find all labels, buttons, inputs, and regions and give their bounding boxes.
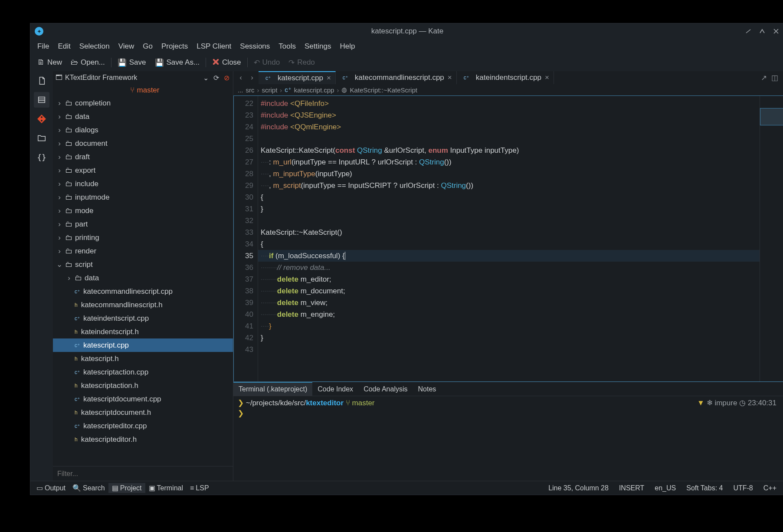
nav-back-button[interactable]: ‹ xyxy=(236,73,246,82)
code-line[interactable]: ········delete m_document; xyxy=(258,285,760,297)
tree-file[interactable]: hkatescript.h xyxy=(53,352,233,365)
codeindex-tab[interactable]: Code Index xyxy=(312,382,358,396)
menu-file[interactable]: File xyxy=(33,40,53,53)
documents-tool-button[interactable] xyxy=(34,73,49,89)
nav-fwd-button[interactable]: › xyxy=(247,73,257,82)
notes-tab[interactable]: Notes xyxy=(413,382,442,396)
lsp-tool-button[interactable]: ≡LSP xyxy=(187,483,213,493)
codeanalysis-tab[interactable]: Code Analysis xyxy=(358,382,413,396)
code-line[interactable]: { xyxy=(258,238,760,250)
chevron-down-icon[interactable]: ⌄ xyxy=(202,74,210,82)
menu-go[interactable]: Go xyxy=(138,40,157,53)
search-tool-button[interactable]: 🔍Search xyxy=(69,483,108,493)
tree-folder[interactable]: ›🗀include xyxy=(53,177,233,190)
tab-mode[interactable]: Soft Tabs: 4 xyxy=(681,483,728,493)
tree-file[interactable]: hkateindentscript.h xyxy=(53,325,233,338)
locale[interactable]: en_US xyxy=(649,483,681,493)
tree-file[interactable]: c⁺katecommandlinescript.cpp xyxy=(53,285,233,298)
filesystem-tool-button[interactable] xyxy=(34,130,49,146)
tree-folder[interactable]: ›🗀dialogs xyxy=(53,123,233,137)
tree-file[interactable]: hkatescripteditor.h xyxy=(53,433,233,446)
code-line[interactable] xyxy=(258,344,760,355)
code-line[interactable]: #include <QFileInfo> xyxy=(258,98,760,109)
undo-button[interactable]: ↶Undo xyxy=(249,56,285,69)
code-line[interactable]: ····, m_script(inputType == InputSCRIPT … xyxy=(258,180,760,191)
close-doc-button[interactable]: 🗙Close xyxy=(208,56,245,69)
terminal-panel[interactable]: ❯ ~/projects/kde/src/ktexteditor ⑂ maste… xyxy=(233,396,783,481)
code-content[interactable]: #include <QFileInfo>#include <QJSEngine>… xyxy=(258,96,760,381)
code-line[interactable]: ····} xyxy=(258,320,760,332)
code-line[interactable]: { xyxy=(258,191,760,203)
code-line[interactable] xyxy=(258,133,760,144)
code-line[interactable]: ····: m_url(inputType == InputURL ? urlO… xyxy=(258,156,760,168)
menu-help[interactable]: Help xyxy=(335,40,359,53)
open-button[interactable]: 🗁Open... xyxy=(66,56,109,69)
tree-folder-script[interactable]: ⌄🗀script xyxy=(53,258,233,271)
git-tool-button[interactable] xyxy=(34,111,49,127)
menu-view[interactable]: View xyxy=(114,40,139,53)
code-line[interactable]: ········delete m_view; xyxy=(258,297,760,309)
redo-button[interactable]: ↷Redo xyxy=(284,56,319,69)
edit-mode[interactable]: INSERT xyxy=(614,483,649,493)
filter-input[interactable] xyxy=(53,466,233,481)
tree-file[interactable]: hkatescriptaction.h xyxy=(53,379,233,392)
code-line[interactable]: ········delete m_engine; xyxy=(258,309,760,320)
symbols-tool-button[interactable]: {} xyxy=(34,149,49,165)
code-line[interactable]: ····if (m_loadSuccessful) { xyxy=(258,250,760,262)
reload-icon[interactable]: ⟳ xyxy=(212,74,220,82)
code-line[interactable]: } xyxy=(258,332,760,344)
file-tree[interactable]: ›🗀completion›🗀data›🗀dialogs›🗀document›🗀d… xyxy=(53,96,233,466)
minimap-viewport[interactable] xyxy=(760,108,783,125)
document-tab[interactable]: c⁺kateindentscript.cpp× xyxy=(457,71,554,84)
project-tool-button[interactable]: ▤Project xyxy=(108,483,145,493)
tree-file[interactable]: c⁺katescriptaction.cpp xyxy=(53,365,233,379)
terminal-tab[interactable]: Terminal (.kateproject) xyxy=(233,382,312,396)
tree-folder[interactable]: ›🗀document xyxy=(53,137,233,150)
tree-file[interactable]: hkatescriptdocument.h xyxy=(53,406,233,419)
tree-file[interactable]: c⁺katescripteditor.cpp xyxy=(53,419,233,433)
output-tool-button[interactable]: ▭Output xyxy=(33,483,69,493)
minimap[interactable] xyxy=(760,96,783,381)
menu-tools[interactable]: Tools xyxy=(274,40,300,53)
split-icon[interactable]: ◫ xyxy=(771,73,778,82)
terminal-tool-button[interactable]: ▣Terminal xyxy=(145,483,187,493)
tree-folder[interactable]: ›🗀inputmode xyxy=(53,190,233,204)
code-line[interactable]: ········delete m_editor; xyxy=(258,273,760,285)
tree-file[interactable]: hkatecommandlinescript.h xyxy=(53,298,233,312)
tree-folder[interactable]: ›🗀printing xyxy=(53,231,233,244)
close-project-icon[interactable]: ⊘ xyxy=(223,74,230,82)
tab-close-icon[interactable]: × xyxy=(327,74,331,82)
tree-file[interactable]: c⁺kateindentscript.cpp xyxy=(53,312,233,325)
code-line[interactable]: ····, m_inputType(inputType) xyxy=(258,168,760,180)
tree-folder[interactable]: ›🗀render xyxy=(53,244,233,258)
menu-settings[interactable]: Settings xyxy=(300,40,335,53)
tree-file[interactable]: c⁺katescript.cpp xyxy=(53,338,233,352)
tree-folder[interactable]: ›🗀mode xyxy=(53,204,233,217)
save-button[interactable]: 💾Save xyxy=(113,56,151,69)
code-editor[interactable]: 2223242526272829303132333435363738394041… xyxy=(233,95,783,382)
document-tab[interactable]: c⁺katecommandlinescript.cpp× xyxy=(336,71,457,84)
encoding[interactable]: UTF-8 xyxy=(728,483,758,493)
new-button[interactable]: 🗎New xyxy=(33,56,66,69)
tab-close-icon[interactable]: × xyxy=(545,73,549,82)
branch-row[interactable]: ⑂master xyxy=(53,84,233,96)
code-line[interactable]: KateScript::KateScript(const QString &ur… xyxy=(258,144,760,156)
code-line[interactable]: #include <QQmlEngine> xyxy=(258,121,760,133)
code-line[interactable] xyxy=(258,215,760,227)
menu-projects[interactable]: Projects xyxy=(157,40,192,53)
document-tab[interactable]: c⁺katescript.cpp× xyxy=(259,71,336,84)
tree-folder[interactable]: ›🗀data xyxy=(53,110,233,123)
detach-icon[interactable]: ↗ xyxy=(761,73,767,82)
cursor-position[interactable]: Line 35, Column 28 xyxy=(543,483,614,493)
menu-edit[interactable]: Edit xyxy=(53,40,75,53)
tree-folder[interactable]: ›🗀export xyxy=(53,164,233,177)
menu-selection[interactable]: Selection xyxy=(75,40,114,53)
code-line[interactable]: } xyxy=(258,203,760,215)
tree-folder[interactable]: ›🗀completion xyxy=(53,96,233,110)
saveas-button[interactable]: 💾Save As... xyxy=(151,56,204,69)
projects-tool-button[interactable] xyxy=(34,92,49,108)
code-line[interactable]: KateScript::~KateScript() xyxy=(258,227,760,238)
code-line[interactable]: ········// remove data... xyxy=(258,262,760,273)
menu-sessions[interactable]: Sessions xyxy=(236,40,274,53)
tree-folder[interactable]: ›🗀part xyxy=(53,217,233,231)
